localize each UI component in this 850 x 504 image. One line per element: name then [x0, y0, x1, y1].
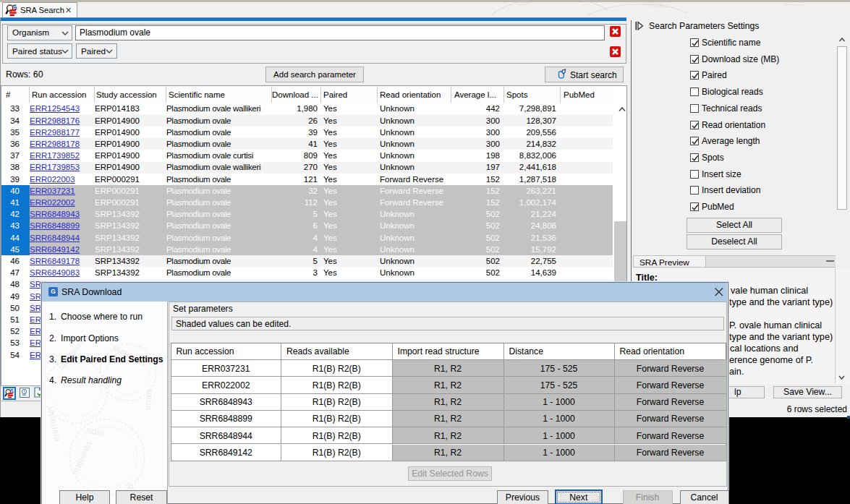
svg-text:0110100101: 0110100101	[72, 440, 93, 476]
svg-text:010110: 010110	[144, 388, 153, 410]
svg-text:011010: 011010	[784, 2, 804, 6]
svg-text:0110: 0110	[517, 0, 530, 7]
svg-text:10010111: 10010111	[642, 0, 668, 9]
svg-text:1010011010: 1010011010	[46, 405, 61, 441]
svg-text:01101: 01101	[87, 427, 106, 437]
